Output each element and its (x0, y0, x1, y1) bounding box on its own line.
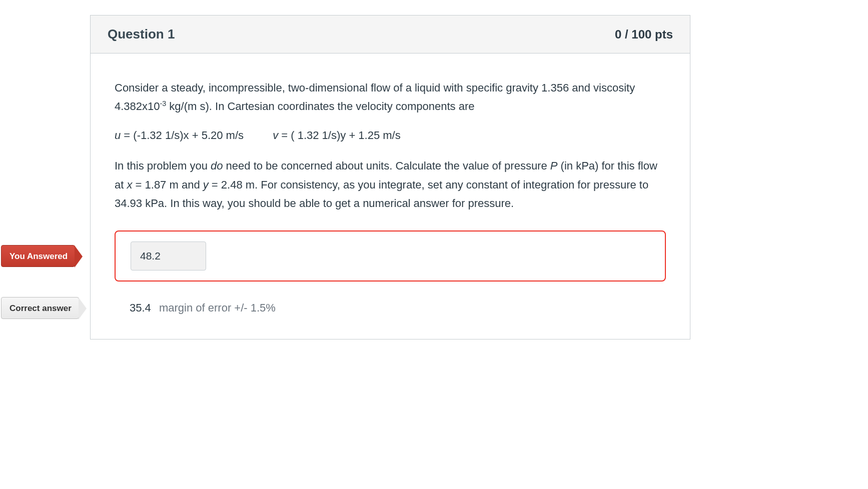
card-body: Consider a steady, incompressible, two-d… (91, 54, 690, 339)
p2-a: In this problem you (115, 160, 211, 172)
p1-sup: -3 (160, 100, 167, 108)
you-answered-flag: You Answered (1, 245, 75, 267)
equation-line: u = (-1.32 1/s)x + 5.20 m/s v = ( 1.32 1… (115, 126, 666, 144)
user-answer-value: 48.2 (131, 242, 206, 270)
equation-u: u = (-1.32 1/s)x + 5.20 m/s (115, 126, 244, 144)
eq-v-rest: = ( 1.32 1/s)y + 1.25 m/s (278, 129, 401, 142)
question-title: Question 1 (108, 26, 175, 42)
eq-u-var: u (115, 129, 121, 142)
user-answer-box: 48.2 (115, 230, 666, 282)
margin-of-error: margin of error +/- 1.5% (159, 302, 276, 314)
prompt-paragraph-1: Consider a steady, incompressible, two-d… (115, 78, 666, 116)
p2-do: do (211, 160, 223, 172)
points-display: 0 / 100 pts (615, 28, 673, 42)
p1-text-b: kg/(m s). In Cartesian coordinates the v… (166, 100, 474, 112)
equation-v: v = ( 1.32 1/s)y + 1.25 m/s (273, 129, 401, 142)
eq-u-rest: = (-1.32 1/s)x + 5.20 m/s (121, 129, 244, 142)
eq-v-var: v (273, 129, 278, 142)
p2-y: y (203, 178, 209, 191)
p2-x: x (127, 178, 132, 191)
correct-answer-value: 35.4 (130, 302, 151, 314)
card-header: Question 1 0 / 100 pts (91, 16, 690, 54)
p2-b: need to be concerned about units. Calcul… (223, 160, 550, 172)
correct-answer-row: 35.4 margin of error +/- 1.5% (115, 298, 666, 317)
prompt-paragraph-2: In this problem you do need to be concer… (115, 156, 666, 212)
p2-P: P (550, 160, 558, 172)
p2-d: = 1.87 m and (132, 178, 203, 191)
question-wrap: Question 1 0 / 100 pts Consider a steady… (90, 15, 690, 340)
question-card: Question 1 0 / 100 pts Consider a steady… (90, 15, 690, 340)
correct-answer-flag: Correct answer (1, 297, 79, 319)
